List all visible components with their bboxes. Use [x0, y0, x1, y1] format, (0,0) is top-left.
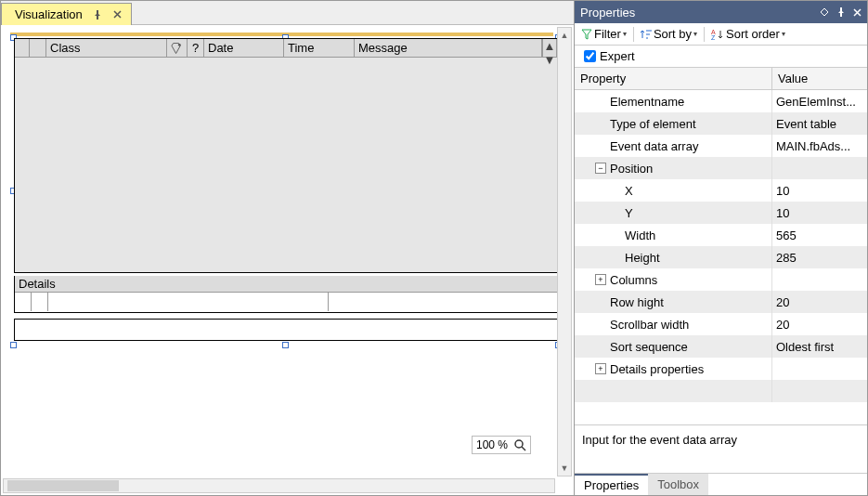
prop-value[interactable]: 20: [772, 313, 867, 335]
column-header-ack-icon[interactable]: [167, 39, 188, 58]
prop-group-position[interactable]: −Position: [575, 157, 772, 179]
header-spacer: [15, 39, 30, 58]
panel-titlebar[interactable]: Properties: [575, 1, 867, 23]
panel-title-text: Properties: [580, 6, 635, 20]
prop-value[interactable]: 565: [772, 224, 867, 246]
zoom-indicator[interactable]: 100 %: [472, 436, 531, 454]
prop-value[interactable]: 285: [772, 246, 867, 268]
prop-value: [772, 157, 867, 179]
prop-key[interactable]: Type of element: [575, 112, 772, 135]
column-header-help[interactable]: ?: [188, 39, 204, 58]
column-header-class[interactable]: Class: [46, 39, 167, 58]
bottom-bar: [14, 319, 558, 341]
canvas-vscrollbar[interactable]: ▲ ▼: [557, 27, 572, 476]
tab-visualization[interactable]: Visualization: [1, 3, 132, 25]
prop-value[interactable]: 20: [772, 291, 867, 313]
tab-label: Visualization: [15, 7, 83, 21]
panel-tabs: Properties Toolbox: [575, 473, 867, 495]
prop-value: [772, 268, 867, 291]
properties-panel: Properties Filter ▾: [575, 1, 867, 495]
prop-key[interactable]: Height: [575, 246, 772, 268]
column-header-date[interactable]: Date: [204, 39, 284, 58]
prop-group-columns[interactable]: +Columns: [575, 268, 772, 291]
filter-label: Filter: [594, 27, 621, 41]
sortby-button[interactable]: Sort by ▾: [638, 27, 700, 41]
magnifier-icon[interactable]: [513, 438, 526, 451]
prop-key[interactable]: Y: [575, 202, 772, 224]
properties-toolbar: Filter ▾ Sort by ▾ AZ Sort order ▾: [575, 23, 867, 46]
filter-button[interactable]: Filter ▾: [578, 27, 629, 41]
prop-key[interactable]: Row hight: [575, 291, 772, 313]
scroll-down-icon[interactable]: ▼: [558, 461, 571, 476]
header-value: Value: [772, 68, 867, 89]
window-position-icon[interactable]: [820, 7, 829, 17]
resize-handle[interactable]: [10, 342, 17, 348]
details-header: Details: [15, 276, 557, 293]
prop-key[interactable]: Sort sequence: [575, 335, 772, 358]
pin-icon[interactable]: [92, 9, 103, 20]
expert-checkbox[interactable]: [584, 50, 596, 62]
prop-value: [772, 358, 867, 380]
tab-toolbox[interactable]: Toolbox: [648, 474, 708, 495]
sortorder-label: Sort order: [726, 27, 780, 41]
expand-icon[interactable]: +: [595, 274, 606, 285]
prop-key[interactable]: Scrollbar width: [575, 313, 772, 335]
scrollbar-thumb[interactable]: [7, 480, 119, 491]
prop-key[interactable]: Width: [575, 224, 772, 246]
prop-value[interactable]: Oldest first: [772, 335, 867, 358]
event-table-widget: Class ? Date Time Message ▲ ▼: [14, 38, 558, 273]
resize-handle[interactable]: [282, 342, 289, 348]
prop-value[interactable]: 10: [772, 202, 867, 224]
close-icon[interactable]: [112, 9, 123, 20]
chevron-down-icon: ▾: [693, 30, 697, 38]
prop-key[interactable]: Elementname: [575, 90, 772, 112]
prop-key[interactable]: Event data array: [575, 135, 772, 157]
collapse-icon[interactable]: −: [595, 163, 606, 174]
prop-value[interactable]: MAIN.fbAds...: [772, 135, 867, 157]
expert-row: Expert: [575, 46, 867, 68]
tab-properties[interactable]: Properties: [575, 474, 648, 495]
prop-value[interactable]: 10: [772, 179, 867, 202]
property-grid[interactable]: ElementnameGenElemInst... Type of elemen…: [575, 90, 867, 424]
event-table-header: Class ? Date Time Message ▲ ▼: [15, 39, 557, 58]
table-scrollbar[interactable]: ▲ ▼: [542, 39, 557, 58]
expand-icon[interactable]: +: [595, 363, 606, 374]
prop-value[interactable]: Event table: [772, 112, 867, 135]
design-canvas[interactable]: Class ? Date Time Message ▲ ▼: [1, 25, 574, 495]
canvas-hscrollbar[interactable]: [3, 478, 555, 493]
svg-text:Z: Z: [711, 34, 716, 40]
scroll-up-icon[interactable]: ▲: [558, 28, 571, 43]
svg-point-0: [178, 43, 181, 46]
svg-point-1: [515, 440, 523, 448]
pin-icon[interactable]: [836, 7, 846, 17]
column-header-time[interactable]: Time: [284, 39, 355, 58]
property-grid-header: Property Value: [575, 68, 867, 90]
prop-group-details[interactable]: +Details properties: [575, 358, 772, 380]
details-row: [15, 293, 557, 311]
header-property: Property: [575, 68, 772, 89]
expert-label: Expert: [600, 49, 635, 63]
zoom-value: 100 %: [476, 438, 508, 451]
chevron-down-icon: ▾: [782, 30, 785, 38]
sortorder-button[interactable]: AZ Sort order ▾: [708, 27, 788, 41]
sortby-label: Sort by: [654, 27, 692, 41]
scroll-up-icon[interactable]: ▲: [544, 39, 556, 53]
chevron-down-icon: ▾: [623, 30, 627, 38]
header-spacer: [30, 39, 46, 58]
scroll-down-icon[interactable]: ▼: [544, 53, 556, 67]
column-header-message[interactable]: Message: [355, 39, 542, 58]
prop-empty: [575, 380, 772, 402]
selected-element[interactable]: Class ? Date Time Message ▲ ▼: [14, 38, 558, 345]
prop-key[interactable]: X: [575, 179, 772, 202]
close-icon[interactable]: [853, 8, 862, 17]
details-panel: Details: [14, 276, 558, 313]
prop-value[interactable]: GenElemInst...: [772, 90, 867, 112]
tab-strip: Visualization: [1, 1, 574, 25]
panel-description: Input for the event data array: [575, 424, 867, 473]
